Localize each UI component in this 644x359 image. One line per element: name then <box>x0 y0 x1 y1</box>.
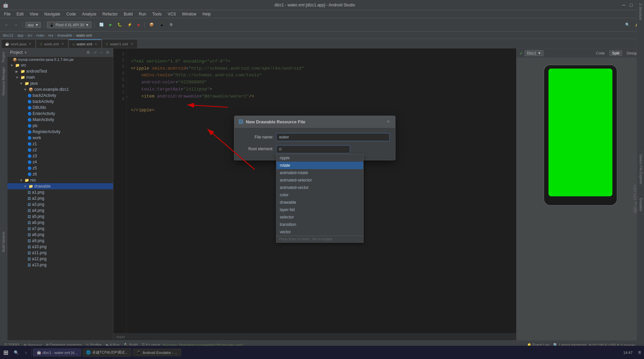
device-file-explorer-tab[interactable]: Device File Explorer <box>637 151 644 187</box>
settings-button[interactable]: ⚙ <box>167 22 175 28</box>
tree-item-registeractivity[interactable]: 🔵 RegisterActivity <box>7 129 113 135</box>
tree-item-a11[interactable]: 🖼 a11.png <box>7 250 113 256</box>
tree-item-java[interactable]: ▼ 📁 java <box>7 80 113 86</box>
search-button[interactable]: 🔍 <box>623 22 632 28</box>
menu-view[interactable]: View <box>27 11 41 17</box>
tree-item-a1[interactable]: 🖼 a1.png <box>7 189 113 195</box>
tree-item-a6[interactable]: 🖼 a6.png <box>7 220 113 226</box>
menu-file[interactable]: File <box>1 11 13 17</box>
tree-item-a13[interactable]: 🖼 a13.png <box>7 262 113 268</box>
project-tab[interactable]: Project <box>1 50 6 64</box>
ac-item-color[interactable]: color <box>276 191 363 199</box>
tree-item-mainactivity[interactable]: 🔵 MainActivity <box>7 117 113 123</box>
tab-close-water1-xml[interactable]: ✕ <box>130 42 134 46</box>
tab-water1-xml[interactable]: ◇ water1.xml ✕ <box>102 39 137 48</box>
tree-item-package[interactable]: ▼ 📦 com.example.dlzc1 <box>7 86 113 92</box>
tree-item-res[interactable]: ▼ 📁 res <box>7 177 113 183</box>
menu-run[interactable]: Run <box>136 11 149 17</box>
tree-item-a5[interactable]: 🖼 a5.png <box>7 213 113 220</box>
resource-manager-tab[interactable]: Resource Manager <box>1 65 6 97</box>
tree-item-a8[interactable]: 🖼 a8.png <box>7 232 113 238</box>
tree-item-a3[interactable]: 🖼 a3.png <box>7 201 113 207</box>
menu-window[interactable]: Window <box>179 11 199 17</box>
tree-item-a12[interactable]: 🖼 a12.png <box>7 256 113 262</box>
ac-item-layer-list[interactable]: layer-list <box>276 206 363 213</box>
tree-item-work[interactable]: 🔵 work <box>7 135 113 141</box>
tree-item-enteractivity[interactable]: 🔵 EnterActivity <box>7 111 113 117</box>
windows-start-button[interactable]: ⊞ <box>1 348 10 358</box>
root-element-input[interactable] <box>276 145 350 153</box>
ac-item-ripple[interactable]: ripple <box>276 154 363 162</box>
split-view-button[interactable]: Split <box>609 50 622 56</box>
dialog-close-button[interactable]: × <box>385 119 391 125</box>
tree-item-jar[interactable]: 📦 mysql-connector-java-5.1.7-bin.jar <box>7 57 113 62</box>
sidebar-expand-icon[interactable]: ⤢ <box>92 50 98 55</box>
tree-item-z2[interactable]: 🔵 z2 <box>7 147 113 153</box>
ac-item-drawable[interactable]: drawable <box>276 199 363 206</box>
tree-item-z1[interactable]: 🔵 z1 <box>7 141 113 147</box>
tree-item-a2[interactable]: 🖼 a2.png <box>7 195 113 201</box>
menu-help[interactable]: Help <box>200 11 214 17</box>
profile-button[interactable]: ⚡ <box>125 22 134 28</box>
menu-edit[interactable]: Edit <box>14 11 26 17</box>
breadcrumb-waterxml[interactable]: water.xml <box>76 33 92 37</box>
file-name-input[interactable] <box>276 133 390 141</box>
emulator-tab[interactable]: Emulator <box>637 195 644 214</box>
ac-item-transition[interactable]: transition <box>276 221 363 228</box>
ac-item-rotate[interactable]: rotate <box>276 162 363 169</box>
tree-item-a7[interactable]: 🖼 a7.png <box>7 226 113 232</box>
ac-item-selector[interactable]: selector <box>276 213 363 221</box>
tree-item-plc[interactable]: 🔵 plc <box>7 123 113 129</box>
build-variants-tab[interactable]: Build Variants <box>0 229 7 255</box>
taskbar-item-browser[interactable]: 🌐 卓越TCP&UDP调试... <box>82 348 131 357</box>
tree-item-z5[interactable]: 🔵 z5 <box>7 165 113 171</box>
minimize-button[interactable]: ─ <box>621 2 627 8</box>
device-selector-dropdown[interactable]: 📱 Pixel 4 XL API 30 ▼ <box>47 22 91 28</box>
sync-button[interactable]: 🔄 <box>97 22 106 28</box>
debug-button[interactable]: 🐛 <box>115 22 124 28</box>
ac-item-animated-rotate[interactable]: animated-rotate <box>276 169 363 176</box>
maximize-button[interactable]: □ <box>629 2 634 8</box>
tree-item-dbutils[interactable]: 🔵 DBUtils <box>7 105 113 111</box>
menu-analyze[interactable]: Analyze <box>79 11 99 17</box>
ac-item-animated-selector[interactable]: animated-selector <box>276 176 363 184</box>
tab-work-java[interactable]: ☕ work.java ✕ <box>1 39 36 48</box>
tree-item-backactivity[interactable]: 🔵 backActivity <box>7 98 113 105</box>
avd-manager-button[interactable]: 📱 <box>157 22 166 28</box>
code-view-button[interactable]: Code <box>593 50 608 56</box>
tree-item-androidtest[interactable]: ▶ 📁 androidTest <box>7 68 113 74</box>
tree-item-main[interactable]: ▼ 📁 main <box>7 74 113 80</box>
tab-close-work-java[interactable]: ✕ <box>28 42 32 46</box>
tree-item-a10[interactable]: 🖼 a10.png <box>7 244 113 250</box>
tab-close-water-xml[interactable]: ✕ <box>94 42 98 46</box>
tab-close-work-xml[interactable]: ✕ <box>61 42 65 46</box>
taskbar-cortana-button[interactable]: ○ <box>22 349 30 356</box>
component-dropdown[interactable]: Dlzc1 ▼ <box>525 50 543 56</box>
breadcrumb-dlzc12[interactable]: dlzc12 <box>3 33 13 37</box>
menu-navigate[interactable]: Navigate <box>42 11 63 17</box>
menu-tools[interactable]: Tools <box>150 11 164 17</box>
sdk-manager-button[interactable]: 📦 <box>147 22 156 28</box>
run-button[interactable]: ▶ <box>107 22 114 28</box>
breadcrumb-src[interactable]: src <box>28 33 33 37</box>
menu-refactor[interactable]: Refactor <box>100 11 120 17</box>
breadcrumb-res[interactable]: res <box>48 33 53 37</box>
sidebar-gear-icon[interactable]: ⚙ <box>85 50 91 55</box>
tree-item-src[interactable]: ▼ 📁 src <box>7 62 113 68</box>
project-dropdown-arrow[interactable]: ▼ <box>24 51 27 54</box>
stop-button[interactable]: ■ <box>136 22 142 28</box>
tab-water-xml[interactable]: ◇ water.xml ✕ <box>69 39 102 48</box>
menu-code[interactable]: Code <box>64 11 79 17</box>
breadcrumb-main[interactable]: main <box>36 33 44 37</box>
sidebar-close-icon[interactable]: ✕ <box>105 50 110 55</box>
tree-item-z3[interactable]: 🔵 z3 <box>7 153 113 159</box>
ac-item-vector[interactable]: vector <box>276 228 363 236</box>
menu-vcs[interactable]: VCS <box>165 11 179 17</box>
taskbar-item-studio[interactable]: 🤖 dlzc1 - water.xml [d... <box>33 349 81 356</box>
tab-work-xml[interactable]: ◇ work.xml ✕ <box>36 39 68 48</box>
breadcrumb-app[interactable]: app <box>17 33 23 37</box>
taskbar-item-emulator[interactable]: 📱 Android Emulator - ... <box>133 349 181 356</box>
taskbar-search-button[interactable]: 🔍 <box>12 349 21 356</box>
ac-item-animated-vector[interactable]: animated-vector <box>276 184 363 191</box>
project-selector-dropdown[interactable]: app ▼ <box>25 22 41 28</box>
